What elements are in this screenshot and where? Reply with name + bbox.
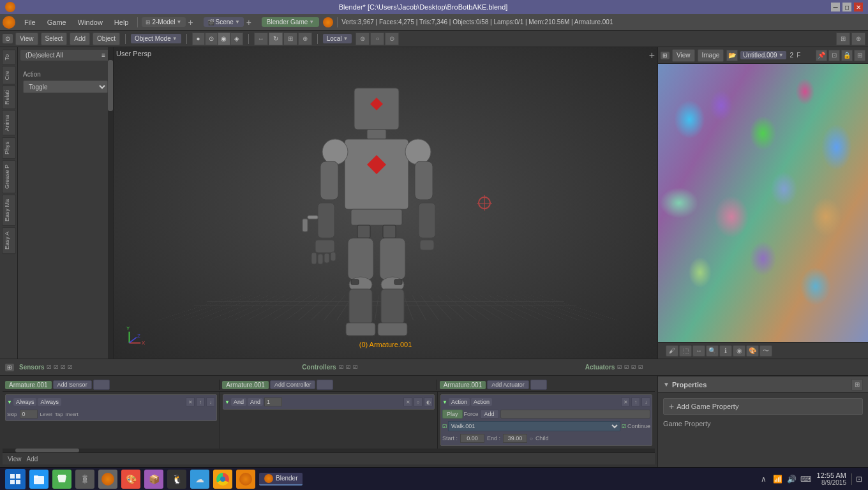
sidebar-tab-cre[interactable]: Cre — [2, 66, 16, 85]
taskbar-settings[interactable] — [75, 470, 94, 489]
sensor-x-btn[interactable]: ✕ — [186, 397, 195, 406]
open-img-btn[interactable]: 📂 — [726, 50, 738, 61]
select-menu-btn[interactable]: Select — [41, 33, 68, 45]
taskbar-store[interactable] — [52, 470, 71, 489]
act-dn-btn[interactable]: ↓ — [641, 397, 650, 406]
sidebar-tab-grease[interactable]: Grease P — [2, 160, 16, 193]
end-input[interactable] — [503, 434, 527, 443]
tray-up-arrow[interactable]: ∧ — [758, 473, 770, 485]
and-type-btn[interactable]: And — [231, 398, 246, 406]
logic-view-btn[interactable]: View — [8, 456, 22, 463]
tray-network[interactable]: 📶 — [772, 473, 784, 485]
logic-mode-btn[interactable]: ⊞ — [5, 364, 14, 371]
taskbar-blender2[interactable] — [236, 470, 255, 489]
sidebar-tab-to[interactable]: To — [2, 50, 16, 65]
sensor-up-btn[interactable]: ↑ — [196, 397, 205, 406]
sidebar-tab-relati[interactable]: Relati — [2, 85, 16, 109]
viewer-lock-btn[interactable]: 🔒 — [841, 50, 853, 61]
viewport-shade-btn[interactable]: ⊙ — [3, 34, 13, 43]
panel-scrollbar[interactable] — [108, 47, 113, 359]
sidebar-tab-easyma[interactable]: Easy Ma — [2, 195, 16, 226]
workspace-selector[interactable]: ⊞ 2-Model ▼ — [142, 17, 185, 27]
add-menu-btn[interactable]: Add — [70, 33, 90, 45]
taskbar-drive[interactable]: ☁ — [190, 470, 209, 489]
start-button[interactable] — [5, 469, 26, 489]
always-value-btn[interactable]: Always — [38, 398, 61, 406]
img-curves-btn[interactable]: 〜 — [760, 345, 772, 357]
viewer-pin-btn[interactable]: 📌 — [816, 50, 827, 61]
always-type-btn[interactable]: Always — [13, 398, 37, 406]
sidebar-tab-anima[interactable]: Anima — [2, 110, 16, 136]
taskbar-file-explorer[interactable] — [29, 470, 49, 489]
img-select-btn[interactable]: ⬚ — [679, 345, 692, 357]
img-zoom-btn[interactable]: 🔍 — [706, 345, 719, 357]
and-value-btn[interactable]: And — [248, 398, 263, 406]
taskbar-archive[interactable]: 📦 — [144, 470, 163, 489]
mode-selector[interactable]: Object Mode ▼ — [131, 34, 181, 43]
pivot-selector[interactable]: Local ▼ — [323, 34, 352, 43]
sensors-extra-btn[interactable] — [93, 380, 110, 390]
sidebar-tab-easya[interactable]: Easy A — [2, 227, 16, 254]
sensors-armature-btn[interactable]: Armature.001 — [5, 381, 52, 389]
shade-solid-btn[interactable]: ● — [192, 33, 205, 45]
action-select[interactable]: Toggle — [23, 80, 108, 93]
shade-mat-btn[interactable]: ◉ — [218, 33, 230, 45]
object-menu-btn[interactable]: Object — [93, 33, 120, 45]
tray-keyboard[interactable]: ⌨ — [800, 473, 812, 485]
play-btn[interactable]: Play — [442, 410, 463, 419]
act-x-btn[interactable]: ✕ — [621, 397, 630, 406]
clock-display[interactable]: 12:55 AM 8/9/2015 — [817, 471, 846, 486]
scrollbar-thumb[interactable] — [108, 60, 113, 111]
shade-render-btn[interactable]: ◈ — [230, 33, 243, 45]
minimize-button[interactable]: ─ — [831, 3, 840, 11]
taskbar-terminal[interactable]: 🐧 — [167, 470, 186, 489]
sensor-down-btn[interactable]: ↓ — [206, 397, 215, 406]
viewer-expand-btn[interactable]: ⊞ — [854, 50, 865, 61]
engine-selector[interactable]: Blender Game ▼ — [262, 17, 319, 27]
snap-btn[interactable]: ⊚ — [355, 33, 370, 45]
act-extra-btn[interactable] — [530, 380, 547, 390]
viewport-expand-btn[interactable]: + — [649, 50, 655, 61]
ctrl-state-btn[interactable]: ◐ — [424, 397, 433, 406]
add-controller-btn[interactable]: Add Controller — [270, 380, 316, 389]
anim-selector[interactable]: Walk.001 — [448, 421, 620, 431]
skip-input[interactable] — [20, 410, 38, 419]
transform-btn[interactable]: ⊕ — [298, 33, 312, 45]
act-up-btn[interactable]: ↑ — [631, 397, 640, 406]
ctrl-state-input[interactable] — [264, 397, 282, 406]
add-actuator-btn2[interactable]: Add — [480, 410, 499, 419]
add-sensor-btn[interactable]: Add Sensor — [53, 380, 92, 389]
workspace-add-btn[interactable]: + — [188, 17, 198, 27]
act-type-btn[interactable]: Action — [449, 398, 470, 406]
controllers-armature-btn[interactable]: Armature.001 — [222, 381, 269, 389]
rotate-btn[interactable]: ↻ — [269, 33, 283, 45]
actuators-armature-btn[interactable]: Armature.001 — [440, 381, 486, 389]
start-input[interactable] — [460, 434, 484, 443]
taskbar-blender-icon[interactable] — [98, 470, 117, 489]
taskbar-chrome[interactable] — [213, 470, 232, 489]
ctrl-link-btn[interactable]: ○ — [414, 397, 423, 406]
viewer-mode-btn[interactable]: ⊞ — [661, 52, 670, 59]
viewer-view-btn[interactable]: View — [672, 49, 695, 62]
scale-btn[interactable]: ⊞ — [283, 33, 297, 45]
close-button[interactable]: ✕ — [854, 3, 863, 11]
shade-wire-btn[interactable]: ⊙ — [205, 33, 218, 45]
menu-window[interactable]: Window — [73, 17, 108, 27]
scene-add-btn[interactable]: + — [246, 17, 257, 27]
logic-add-btn[interactable]: Add — [27, 456, 38, 463]
deselect-all-panel[interactable]: (De)select All ≡ — [20, 50, 110, 61]
proportional-btn[interactable]: ○ — [370, 33, 384, 45]
img-info-btn[interactable]: ℹ — [719, 345, 732, 357]
maximize-button[interactable]: □ — [842, 3, 851, 11]
scene-selector[interactable]: 🎬 Scene ▼ — [204, 17, 244, 27]
add-actuator-btn[interactable]: Add Actuator — [487, 380, 529, 389]
viewer-image-btn[interactable]: Image — [698, 49, 724, 62]
sidebar-tab-phys[interactable]: Phys — [2, 137, 16, 159]
view-menu-btn[interactable]: View — [15, 33, 38, 45]
viewport-3d[interactable]: User Persp + — [114, 47, 657, 359]
img-palette-btn[interactable]: 🎨 — [746, 345, 759, 357]
overlay-btn[interactable]: ⊞ — [836, 33, 850, 45]
menu-file[interactable]: File — [19, 17, 41, 27]
move-btn[interactable]: ↔ — [254, 33, 268, 45]
act-select-btn[interactable]: Action — [471, 398, 492, 406]
